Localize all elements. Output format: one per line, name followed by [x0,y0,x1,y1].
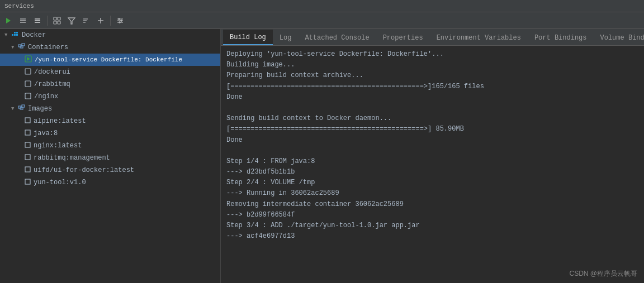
tree-item-docker[interactable]: ▼ Docker [0,29,220,41]
image-icon [25,117,31,125]
log-line: Sending build context to Docker daemon..… [226,113,638,124]
settings-button[interactable] [114,15,126,27]
container-stopped-icon-3 [25,93,31,101]
alpine-label: alpine:latest [34,117,86,125]
arrow-images: ▼ [11,106,18,112]
tree-item-rabbitmq[interactable]: /rabbitmq [0,78,220,90]
images-icon [18,104,25,113]
log-line: Step 3/4 : ADD ./target/yun-tool-1.0.jar… [226,220,638,231]
svg-rect-7 [54,17,56,20]
log-content[interactable]: Deploying 'yun-tool-service Dockerfile: … [221,46,644,283]
left-panel: ▼ Docker ▼ Containers [0,29,221,283]
tree-item-nginx[interactable]: /nginx [0,90,220,103]
svg-rect-45 [25,155,30,160]
tab-build-log[interactable]: Build Log [223,30,273,45]
containers-label: Containers [28,44,68,51]
tab-volume-bindings[interactable]: Volume Bindings [594,30,644,45]
tab-port-bindings[interactable]: Port Bindings [528,30,594,45]
log-line: Done [226,92,638,103]
svg-rect-33 [22,44,25,46]
nginx-latest-label: nginx:latest [34,142,82,150]
main-area: ▼ Docker ▼ Containers [0,29,644,283]
filter-button[interactable] [65,15,78,27]
tree-item-yun-tool-image[interactable]: yun-tool:v1.0 [0,176,220,189]
log-line: ---> acf4e6977d13 [226,231,638,242]
tree-item-containers[interactable]: ▼ Containers [0,41,220,54]
expand-all-button[interactable] [17,15,29,27]
svg-point-22 [121,20,122,21]
svg-rect-10 [58,21,60,24]
svg-rect-4 [35,18,40,20]
containers-icon [18,43,25,52]
rabbitmq-mgmt-label: rabbitmq:management [34,154,110,162]
svg-rect-30 [16,32,18,33]
tab-log[interactable]: Log [273,30,299,45]
tree-item-dockerui[interactable]: /dockerui [0,66,220,78]
arrow-docker: ▼ [4,32,11,38]
separator-2 [110,16,111,26]
svg-rect-28 [16,34,18,36]
watermark: CSDN @程序员云帆哥 [569,269,637,279]
svg-rect-47 [25,179,30,184]
container-stopped-icon [25,68,31,76]
yun-tool-image-label: yun-tool:v1.0 [34,179,86,186]
tab-attached-console[interactable]: Attached Console [298,30,376,45]
svg-rect-27 [14,34,16,36]
log-line: Removing intermediate container 36062ac2… [226,199,638,210]
services-title: Services [4,3,34,9]
right-panel: Build Log Log Attached Console Propertie… [221,29,644,283]
group-button[interactable] [51,15,63,27]
docker-icon [11,31,19,40]
svg-marker-35 [27,57,30,61]
uifd-label: uifd/ui-for-docker:latest [34,166,134,174]
sort-button[interactable] [80,15,92,27]
svg-rect-41 [22,105,25,107]
java8-label: java:8 [34,129,58,137]
dockerui-label: /dockerui [34,68,70,76]
separator-1 [47,16,48,26]
svg-rect-8 [58,17,60,20]
tree-item-alpine[interactable]: alpine:latest [0,115,220,127]
docker-label: Docker [22,31,46,39]
top-bar: Services [0,0,644,12]
yun-tool-service-label: /yun-tool-service Dockerfile: Dockerfile [35,56,182,63]
log-line: Step 2/4 : VOLUME /tmp [226,178,638,188]
log-line: Building image... [226,60,638,70]
svg-rect-26 [12,34,13,36]
tree-item-uifd[interactable]: uifd/ui-for-docker:latest [0,164,220,176]
add-button[interactable] [94,15,107,27]
arrow-containers: ▼ [11,45,18,50]
log-line: Done [226,135,638,146]
container-stopped-icon-2 [25,80,31,89]
svg-rect-6 [35,22,40,23]
svg-rect-43 [25,130,30,135]
tree-item-images[interactable]: ▼ Images [0,103,220,115]
tab-environment-variables[interactable]: Environment Variables [430,30,528,45]
tab-properties[interactable]: Properties [376,30,430,45]
log-line [226,146,638,156]
tree-item-java8[interactable]: java:8 [0,127,220,140]
log-line [226,103,638,113]
run-button[interactable] [2,15,15,27]
nginx-label: /nginx [34,93,58,100]
log-line: Step 1/4 : FROM java:8 [226,156,638,167]
tree-item-nginx-latest[interactable]: nginx:latest [0,140,220,152]
image-icon-3 [25,142,31,150]
svg-rect-42 [25,118,30,123]
svg-rect-44 [25,142,30,147]
svg-point-25 [119,21,120,22]
log-line: Preparing build context archive... [226,70,638,81]
svg-rect-36 [25,69,31,74]
image-icon-6 [25,179,31,186]
svg-rect-9 [54,21,56,24]
svg-marker-0 [6,18,11,23]
tree-item-yun-tool-service[interactable]: /yun-tool-service Dockerfile: Dockerfile [0,54,220,66]
log-line: [=======================================… [226,124,638,135]
log-line: ---> b2d99f66584f [226,210,638,220]
collapse-all-button[interactable] [31,15,44,27]
image-icon-2 [25,129,31,137]
tree-item-rabbitmq-mgmt[interactable]: rabbitmq:management [0,152,220,164]
log-line: [=======================================… [226,81,638,92]
log-line: ---> Running in 36062ac25689 [226,188,638,199]
svg-rect-5 [35,20,40,21]
